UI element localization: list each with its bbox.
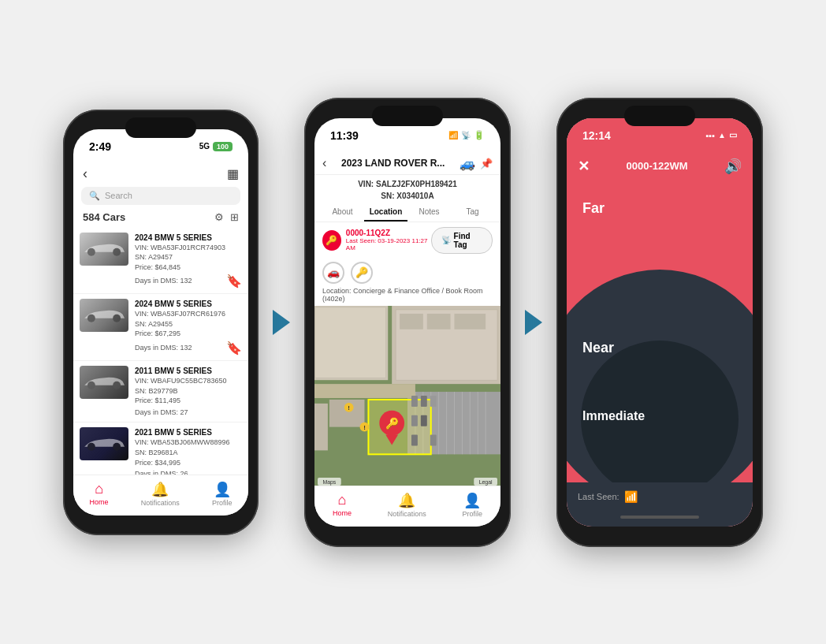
nav-notifications[interactable]: 🔔 Notifications — [141, 481, 180, 507]
phone3-battery-icon: ▭ — [729, 130, 737, 140]
svg-rect-32 — [421, 396, 427, 407]
immediate-label: Immediate — [582, 409, 645, 423]
nav-home-p2[interactable]: ⌂ Home — [333, 492, 352, 517]
car-sn: SN: B29779B — [135, 386, 242, 396]
svg-rect-30 — [314, 403, 328, 449]
phone3-dynamic-island — [624, 106, 695, 126]
nav-home[interactable]: ⌂ Home — [90, 481, 109, 506]
car-bookmark-icon-1[interactable]: 🔖 — [226, 274, 242, 288]
phone2-status-icons: 📶 📡 🔋 — [448, 130, 485, 140]
phone3-wifi: ▲ — [718, 131, 726, 140]
home-indicator — [620, 516, 699, 519]
phone2-header: ‹ 2023 LAND ROVER R... 🚙 📌 — [314, 153, 500, 175]
phone1-barcode-icon[interactable]: ▦ — [227, 166, 239, 181]
profile-icon: 👤 — [214, 481, 231, 498]
svg-rect-37 — [430, 434, 437, 445]
car-sn: SN: A29457 — [135, 252, 242, 262]
car-vin: VIN: WBAFU9C55BC783650 — [135, 376, 242, 386]
svg-rect-34 — [411, 415, 418, 426]
svg-rect-31 — [411, 396, 418, 407]
nav-home-label: Home — [90, 498, 109, 506]
phone3-title: 0000-122WM — [626, 160, 687, 172]
tab-location[interactable]: Location — [364, 203, 407, 221]
car-info-3: 2011 BMW 5 SERIES VIN: WBAFU9C55BC783650… — [135, 366, 242, 417]
phone1-back-icon[interactable]: ‹ — [83, 166, 87, 182]
phone2-signal: 📶 — [448, 131, 458, 140]
nav-profile-p2[interactable]: 👤 Profile — [463, 492, 483, 518]
phone1-search-bar[interactable]: 🔍 Search — [81, 187, 240, 205]
svg-text:Legal: Legal — [479, 479, 493, 486]
car-name: 2021 BMW 5 SERIES — [135, 427, 242, 437]
phone2-battery: 🔋 — [474, 130, 485, 140]
tag-id-container: 🔑 0000-11Q2Z Last Seen: 03-19-2023 11:27… — [322, 229, 431, 251]
phone2-map[interactable]: ! ! 🔑 Maps Legal — [314, 306, 500, 486]
phone1-battery: 100 — [213, 142, 233, 151]
car-price: Price: $67,295 — [135, 329, 242, 339]
cars-header-icons: ⚙ ⊞ — [214, 211, 239, 223]
tab-tag[interactable]: Tag — [451, 203, 494, 221]
radar-visualization: Far Near Immediate — [567, 178, 753, 482]
tab-notes[interactable]: Notes — [407, 203, 451, 221]
car-sn: SN: B29681A — [135, 448, 242, 458]
car-price: Price: $34,995 — [135, 458, 242, 468]
find-tag-button[interactable]: 📡 Find Tag — [431, 227, 493, 254]
find-tag-label: Find Tag — [454, 232, 482, 249]
profile-icon-p2: 👤 — [463, 492, 481, 509]
home-icon: ⌂ — [95, 481, 103, 497]
car-info-4: 2021 BMW 5 SERIES VIN: WBA53BJ06MWW88996… — [135, 427, 242, 478]
phone3-header: ✕ 0000-122WM 🔊 — [567, 153, 753, 178]
close-button[interactable]: ✕ — [578, 158, 590, 175]
list-item[interactable]: 2011 BMW 5 SERIES VIN: WBAFU9C55BC783650… — [73, 361, 248, 423]
near-label: Near — [582, 340, 614, 356]
list-item[interactable]: 2024 BMW 5 SERIES VIN: WBA53FJ07RCR61976… — [73, 294, 248, 361]
phone2-tag-info: 🔑 0000-11Q2Z Last Seen: 03-19-2023 11:27… — [314, 222, 500, 259]
bell-icon-p2: 🔔 — [398, 492, 415, 509]
cars-list-header: 584 Cars ⚙ ⊞ — [73, 210, 248, 228]
speaker-icon[interactable]: 🔊 — [724, 158, 742, 175]
svg-text:Maps: Maps — [322, 479, 336, 486]
tab-about[interactable]: About — [321, 203, 364, 221]
nav-notifications-label: Notifications — [141, 499, 180, 507]
list-item[interactable]: 2024 BMW 5 SERIES VIN: WBA53FJ01RCR74903… — [73, 228, 248, 295]
phone1-signal: 5G — [199, 142, 210, 151]
key-icon-circle[interactable]: 🔑 — [351, 262, 373, 284]
phone3-signal: ▪▪▪ — [705, 131, 715, 140]
phone2-title: 2023 LAND ROVER R... — [331, 158, 455, 169]
car-icon-circle[interactable]: 🚗 — [322, 262, 344, 284]
bell-icon: 🔔 — [151, 481, 169, 498]
phone1-bottom-nav: ⌂ Home 🔔 Notifications 👤 Profile — [73, 475, 248, 516]
arrow-1 — [273, 310, 290, 335]
tag-icon-circle: 🔑 — [322, 230, 341, 251]
car-price: Price: $11,495 — [135, 396, 242, 406]
svg-point-4 — [87, 382, 95, 389]
car-name: 2011 BMW 5 SERIES — [135, 366, 242, 376]
svg-point-6 — [87, 443, 95, 451]
search-icon: 🔍 — [89, 191, 100, 201]
car-bookmark-icon-2[interactable]: 🔖 — [226, 341, 242, 356]
phone2-screen: 11:39 📶 📡 🔋 ‹ 2023 LAND ROVER R... 🚙 📌 — [314, 118, 500, 527]
location-text: Location: Concierge & Finance Office / B… — [314, 287, 500, 306]
search-placeholder: Search — [105, 191, 132, 200]
car-image-4 — [80, 427, 128, 460]
filter-icon[interactable]: ⚙ — [214, 211, 224, 223]
wifi-signal-icon: 📶 — [624, 490, 638, 503]
phone1-header: ‹ ▦ — [73, 164, 248, 185]
phone2-sn: SN: X034010A — [314, 190, 500, 202]
car-image-3 — [80, 366, 128, 399]
nav-notifications-p2[interactable]: 🔔 Notifications — [388, 492, 426, 518]
svg-point-1 — [113, 248, 121, 255]
phone2-car-icon: 🚙 — [460, 156, 475, 171]
nav-profile-label-p2: Profile — [463, 510, 483, 518]
car-vin: VIN: WBA53BJ06MWW88996 — [135, 437, 242, 448]
svg-text:!: ! — [363, 423, 366, 430]
nav-profile[interactable]: 👤 Profile — [212, 481, 233, 507]
phone3: 12:14 ▪▪▪ ▲ ▭ ✕ 0000-122WM 🔊 — [556, 98, 763, 547]
phone2-back-icon[interactable]: ‹ — [322, 156, 326, 170]
map-view-icon[interactable]: ⊞ — [230, 211, 239, 223]
svg-rect-36 — [411, 434, 418, 445]
car-info-1: 2024 BMW 5 SERIES VIN: WBA53FJ01RCR74903… — [135, 233, 242, 289]
tag-id: 0000-11Q2Z — [346, 229, 431, 237]
svg-rect-11 — [400, 313, 423, 329]
phone1-dynamic-island — [125, 117, 196, 138]
car-days: Days in DMS: 27 — [135, 408, 188, 418]
